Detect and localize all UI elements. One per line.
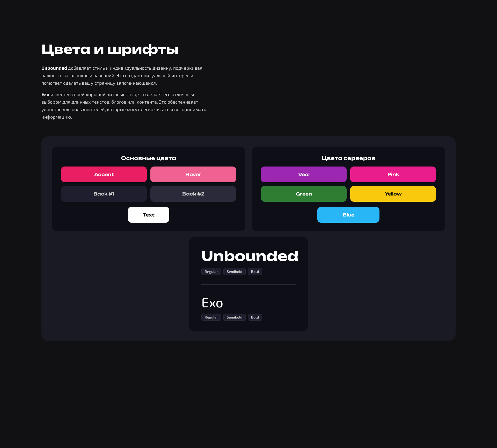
exo-regular-badge: Regular xyxy=(201,314,221,321)
main-colors-title: Основные цвета xyxy=(121,155,176,161)
description-bold-1: Unbounded xyxy=(41,65,67,71)
blue-button-row: Blue xyxy=(261,207,436,223)
exo-bold-badge: Bold xyxy=(248,314,262,321)
description-block-2: Exo известен своей хорошей читаемостью, … xyxy=(41,91,212,120)
unbounded-font-name: Unbounded xyxy=(201,248,296,264)
unbounded-bold-badge: Bold xyxy=(248,268,262,275)
description-text-1: Unbounded добавляет стиль и индивидуальн… xyxy=(41,64,212,86)
accent-button[interactable]: Accent xyxy=(61,167,147,182)
page-title: Цвета и шрифты xyxy=(41,41,456,57)
text-button[interactable]: Text xyxy=(128,207,169,223)
exo-semibold-badge: Semibold xyxy=(223,314,246,321)
server-colors-title: Цвета серверов xyxy=(322,155,375,161)
main-colors-card: Основные цвета Accent Hover Back #1 Back… xyxy=(52,147,245,231)
colors-row: Основные цвета Accent Hover Back #1 Back… xyxy=(52,147,445,231)
main-card: Основные цвета Accent Hover Back #1 Back… xyxy=(41,136,456,341)
exo-font-name: Exo xyxy=(201,294,296,310)
description-body-2: известен своей хорошей читаемостью, что … xyxy=(41,91,206,119)
back1-button[interactable]: Back #1 xyxy=(61,186,147,202)
blue-button[interactable]: Blue xyxy=(317,207,379,223)
yellow-button[interactable]: Yellow xyxy=(350,186,436,202)
veol-button[interactable]: Veol xyxy=(261,167,347,182)
page-container: Цвета и шрифты Unbounded добавляет стиль… xyxy=(0,0,497,357)
description-text-2: Exo известен своей хорошей читаемостью, … xyxy=(41,91,212,120)
green-button[interactable]: Green xyxy=(261,186,347,202)
main-colors-grid: Accent Hover Back #1 Back #2 xyxy=(61,167,236,202)
exo-font-block: Exo Regular Semibold Bold xyxy=(201,294,296,321)
exo-weights-row: Regular Semibold Bold xyxy=(201,314,296,321)
unbounded-font-block: Unbounded Regular Semibold Bold xyxy=(201,248,296,275)
text-button-row: Text xyxy=(61,207,236,223)
hover-button[interactable]: Hover xyxy=(150,167,236,182)
fonts-card: Unbounded Regular Semibold Bold Exo Regu… xyxy=(189,237,308,331)
server-colors-grid: Veol Pink Green Yellow xyxy=(261,167,436,202)
unbounded-weights-row: Regular Semibold Bold xyxy=(201,268,296,275)
back2-button[interactable]: Back #2 xyxy=(150,186,236,202)
server-colors-card: Цвета серверов Veol Pink Green Yellow Bl… xyxy=(252,147,445,231)
pink-button[interactable]: Pink xyxy=(350,167,436,182)
font-divider xyxy=(201,284,296,285)
unbounded-regular-badge: Regular xyxy=(201,268,221,275)
fonts-row: Unbounded Regular Semibold Bold Exo Regu… xyxy=(52,237,445,331)
description-bold-2: Exo xyxy=(41,91,49,97)
description-block-1: Unbounded добавляет стиль и индивидуальн… xyxy=(41,64,212,86)
unbounded-semibold-badge: Semibold xyxy=(223,268,246,275)
